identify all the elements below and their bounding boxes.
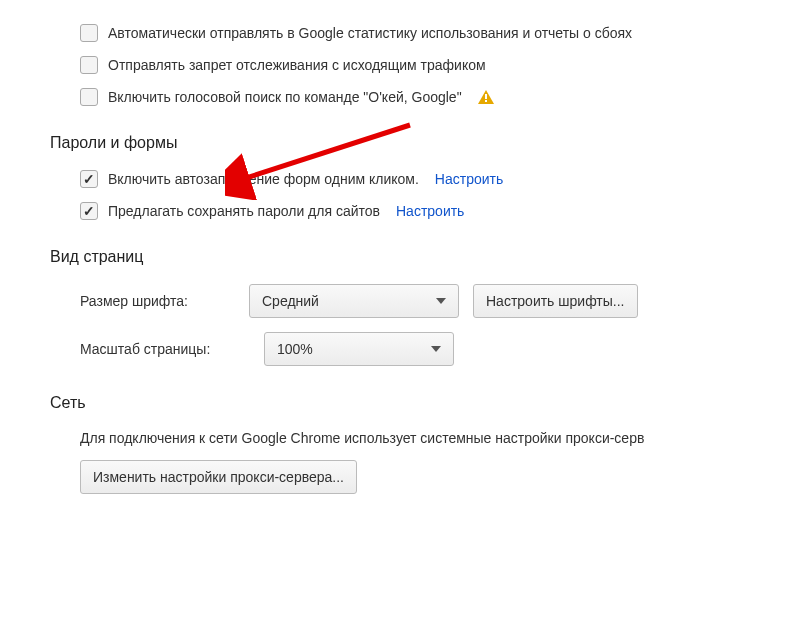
- select-page-zoom[interactable]: 100%: [264, 332, 454, 366]
- checkbox-dnt[interactable]: [80, 56, 98, 74]
- warning-icon: [478, 90, 494, 104]
- svg-rect-2: [485, 100, 487, 102]
- label-font-size: Размер шрифта:: [80, 293, 235, 309]
- label-page-zoom: Масштаб страницы:: [80, 341, 250, 357]
- option-save-passwords: Предлагать сохранять пароли для сайтов Н…: [80, 202, 807, 220]
- label-autofill: Включить автозаполнение форм одним клико…: [108, 171, 419, 187]
- select-page-zoom-value: 100%: [277, 341, 313, 357]
- option-send-stats: Автоматически отправлять в Google статис…: [80, 24, 807, 42]
- checkbox-autofill[interactable]: [80, 170, 98, 188]
- checkbox-send-stats[interactable]: [80, 24, 98, 42]
- row-font-size: Размер шрифта: Средний Настроить шрифты.…: [80, 284, 807, 318]
- label-send-stats: Автоматически отправлять в Google статис…: [108, 25, 632, 41]
- row-page-zoom: Масштаб страницы: 100%: [80, 332, 807, 366]
- option-autofill: Включить автозаполнение форм одним клико…: [80, 170, 807, 188]
- label-save-passwords: Предлагать сохранять пароли для сайтов: [108, 203, 380, 219]
- change-proxy-settings-button[interactable]: Изменить настройки прокси-сервера...: [80, 460, 357, 494]
- option-dnt: Отправлять запрет отслеживания с исходящ…: [80, 56, 807, 74]
- network-description: Для подключения к сети Google Chrome исп…: [80, 430, 807, 446]
- label-dnt: Отправлять запрет отслеживания с исходящ…: [108, 57, 486, 73]
- checkbox-voice-search[interactable]: [80, 88, 98, 106]
- link-configure-autofill[interactable]: Настроить: [435, 171, 503, 187]
- customize-fonts-button[interactable]: Настроить шрифты...: [473, 284, 638, 318]
- svg-rect-1: [485, 94, 487, 99]
- heading-page-appearance: Вид страниц: [50, 248, 807, 266]
- checkbox-save-passwords[interactable]: [80, 202, 98, 220]
- chevron-down-icon: [436, 298, 446, 304]
- heading-passwords-forms: Пароли и формы: [50, 134, 807, 152]
- chevron-down-icon: [431, 346, 441, 352]
- link-configure-passwords[interactable]: Настроить: [396, 203, 464, 219]
- select-font-size-value: Средний: [262, 293, 319, 309]
- label-voice-search: Включить голосовой поиск по команде "О'к…: [108, 89, 462, 105]
- option-voice-search: Включить голосовой поиск по команде "О'к…: [80, 88, 807, 106]
- annotation-arrow: [225, 120, 425, 203]
- heading-network: Сеть: [50, 394, 807, 412]
- select-font-size[interactable]: Средний: [249, 284, 459, 318]
